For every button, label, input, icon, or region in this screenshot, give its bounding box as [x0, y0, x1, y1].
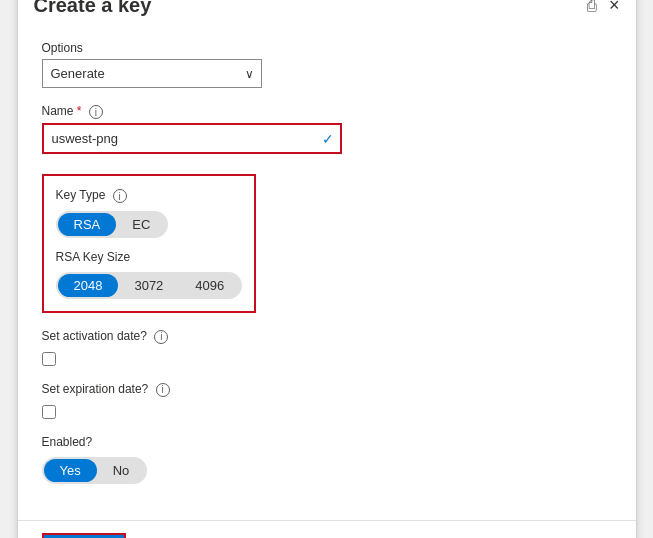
name-info-icon[interactable]: i [89, 105, 103, 119]
modal-header: Create a key ⎙ × [18, 0, 636, 29]
header-icons: ⎙ × [587, 0, 620, 16]
key-type-rsa[interactable]: RSA [58, 213, 117, 236]
modal-body: Options Generate ∨ Name * i ✓ [18, 29, 636, 519]
checkmark-icon: ✓ [322, 131, 334, 147]
modal-title: Create a key [34, 0, 587, 17]
expiration-date-checkbox-group [42, 405, 612, 419]
name-input[interactable] [42, 123, 342, 154]
key-type-label: Key Type i [56, 188, 243, 203]
name-required: * [77, 104, 82, 118]
key-type-ec[interactable]: EC [116, 213, 166, 236]
options-select[interactable]: Generate [42, 59, 262, 88]
expiration-date-checkbox[interactable] [42, 405, 56, 419]
activation-date-checkbox[interactable] [42, 352, 56, 366]
modal-footer: Create [18, 520, 636, 538]
activation-info-icon[interactable]: i [154, 330, 168, 344]
enabled-label: Enabled? [42, 435, 612, 449]
name-group: Name * i ✓ [42, 104, 612, 154]
options-group: Options Generate ∨ [42, 41, 612, 88]
print-icon[interactable]: ⎙ [587, 0, 597, 15]
enabled-toggle: Yes No [42, 457, 148, 484]
key-size-4096[interactable]: 4096 [179, 274, 240, 297]
options-label: Options [42, 41, 612, 55]
key-size-3072[interactable]: 3072 [118, 274, 179, 297]
activation-date-group: Set activation date? i [42, 329, 612, 366]
rsa-key-size-group: RSA Key Size 2048 3072 4096 [56, 250, 243, 299]
rsa-key-size-toggle: 2048 3072 4096 [56, 272, 243, 299]
key-type-info-icon[interactable]: i [113, 189, 127, 203]
enabled-no[interactable]: No [97, 459, 146, 482]
enabled-group: Enabled? Yes No [42, 435, 612, 484]
activation-date-checkbox-group [42, 352, 612, 366]
name-input-wrapper: ✓ [42, 123, 342, 154]
activation-date-label: Set activation date? i [42, 329, 612, 344]
options-select-wrapper: Generate ∨ [42, 59, 262, 88]
name-label: Name * i [42, 104, 612, 119]
rsa-key-size-label: RSA Key Size [56, 250, 243, 264]
key-size-2048[interactable]: 2048 [58, 274, 119, 297]
expiration-date-label: Set expiration date? i [42, 382, 612, 397]
enabled-yes[interactable]: Yes [44, 459, 97, 482]
key-type-group: Key Type i RSA EC [56, 188, 243, 238]
expiration-date-group: Set expiration date? i [42, 382, 612, 419]
create-button[interactable]: Create [42, 533, 126, 538]
key-type-section: Key Type i RSA EC RSA Key Size 2048 3072… [42, 174, 257, 313]
key-type-toggle: RSA EC [56, 211, 169, 238]
expiration-info-icon[interactable]: i [156, 383, 170, 397]
create-key-modal: Home > myimport1 > Select key from Azure… [17, 0, 637, 538]
close-icon[interactable]: × [609, 0, 620, 16]
